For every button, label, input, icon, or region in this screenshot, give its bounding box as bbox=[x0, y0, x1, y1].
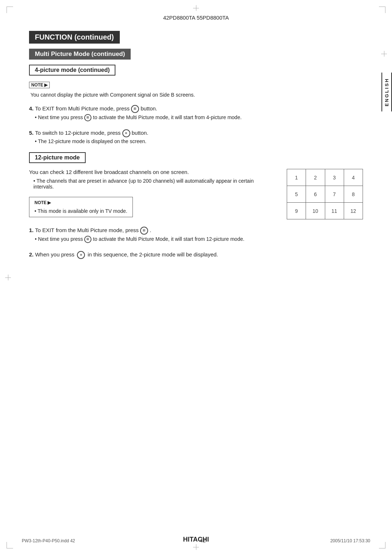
cross-bottom bbox=[193, 544, 199, 550]
step-2-12pic: 2. When you press ⊛ in this sequence, th… bbox=[29, 251, 363, 259]
grid-cell: 4 bbox=[344, 169, 363, 186]
note-header-12pic: NOTE ▶ bbox=[34, 200, 127, 207]
heading-function: FUNCTION (continued) bbox=[29, 31, 120, 44]
twelve-picture-text: You can check 12 different live broadcas… bbox=[29, 169, 272, 217]
twelve-intro1: You can check 12 different live broadcas… bbox=[29, 169, 272, 175]
grid-cell: 9 bbox=[287, 203, 306, 219]
multi-pic-button-1b: ⊞ bbox=[84, 236, 91, 243]
page-header: 42PD8800TA 55PD8800TA bbox=[29, 15, 363, 21]
grid-cell: 7 bbox=[325, 186, 344, 203]
step-1-12pic-main: 1. To EXIT from the Multi Picture mode, … bbox=[29, 227, 363, 235]
multi-pic-button-4a: ⊞ bbox=[131, 105, 139, 113]
cross-right bbox=[381, 51, 387, 57]
footer-left: PW3-12th-P40-P50.indd 42 bbox=[22, 538, 75, 543]
note-box-12pic: NOTE ▶ • This mode is available only in … bbox=[29, 197, 133, 217]
mode-button-2: ⊛ bbox=[77, 251, 85, 259]
twelve-intro2: • The channels that are preset in advanc… bbox=[29, 178, 272, 190]
step-4-main: 4. To EXIT from Multi Picture mode, pres… bbox=[29, 105, 363, 113]
step-1-12pic-bullet: • Next time you press ⊞ to activate the … bbox=[29, 236, 363, 243]
step-4-bullet: • Next time you press ⊞ to activate the … bbox=[29, 114, 363, 121]
heading-4-picture: 4-picture mode (continued) bbox=[29, 65, 115, 76]
grid-cell: 12 bbox=[344, 203, 363, 219]
step-5: 5. To switch to 12-picture mode, press ⊛… bbox=[29, 129, 363, 144]
multi-pic-button-4b: ⊞ bbox=[84, 114, 91, 121]
page: ENGLISH 42PD8800TA 55PD8800TA FUNCTION (… bbox=[0, 0, 392, 555]
corner-mark-tr bbox=[379, 7, 385, 13]
page-footer: PW3-12th-P40-P50.indd 42 42 2005/11/10 1… bbox=[0, 537, 392, 543]
grid-cell: 8 bbox=[344, 186, 363, 203]
twelve-picture-content: You can check 12 different live broadcas… bbox=[29, 169, 363, 219]
footer-right: 2005/11/10 17:53:30 bbox=[330, 538, 370, 543]
mode-button-5: ⊛ bbox=[122, 129, 130, 137]
grid-cell: 1 bbox=[287, 169, 306, 186]
note-text-4pic: You cannot display the picture with Comp… bbox=[30, 92, 363, 98]
page-number: 42 bbox=[200, 537, 206, 543]
twelve-picture-grid: 123456789101112 bbox=[287, 169, 363, 219]
note-label-12pic: NOTE ▶ bbox=[34, 200, 51, 205]
step-4: 4. To EXIT from Multi Picture mode, pres… bbox=[29, 105, 363, 121]
grid-cell: 10 bbox=[306, 203, 325, 219]
step-5-main: 5. To switch to 12-picture mode, press ⊛… bbox=[29, 129, 363, 137]
step-5-bullet: • The 12-picture mode is displayed on th… bbox=[29, 138, 363, 144]
grid-cell: 6 bbox=[306, 186, 325, 203]
step-1-12pic: 1. To EXIT from the Multi Picture mode, … bbox=[29, 227, 363, 243]
multi-pic-button-1: ⊞ bbox=[140, 227, 148, 235]
grid-cell: 11 bbox=[325, 203, 344, 219]
note-text-12pic: • This mode is available only in TV mode… bbox=[34, 208, 127, 214]
cross-left bbox=[5, 275, 11, 280]
heading-multi-picture: Multi Picture Mode (continued) bbox=[29, 49, 131, 60]
note-label-4pic: NOTE ▶ bbox=[29, 82, 50, 88]
cross-top bbox=[193, 5, 199, 11]
grid-cell: 2 bbox=[306, 169, 325, 186]
grid-cell: 3 bbox=[325, 169, 344, 186]
step-2-12pic-main: 2. When you press ⊛ in this sequence, th… bbox=[29, 251, 363, 259]
heading-12-picture: 12-picture mode bbox=[29, 152, 86, 163]
language-label: ENGLISH bbox=[381, 73, 392, 112]
corner-mark-tl bbox=[7, 7, 13, 13]
grid-cell: 5 bbox=[287, 186, 306, 203]
